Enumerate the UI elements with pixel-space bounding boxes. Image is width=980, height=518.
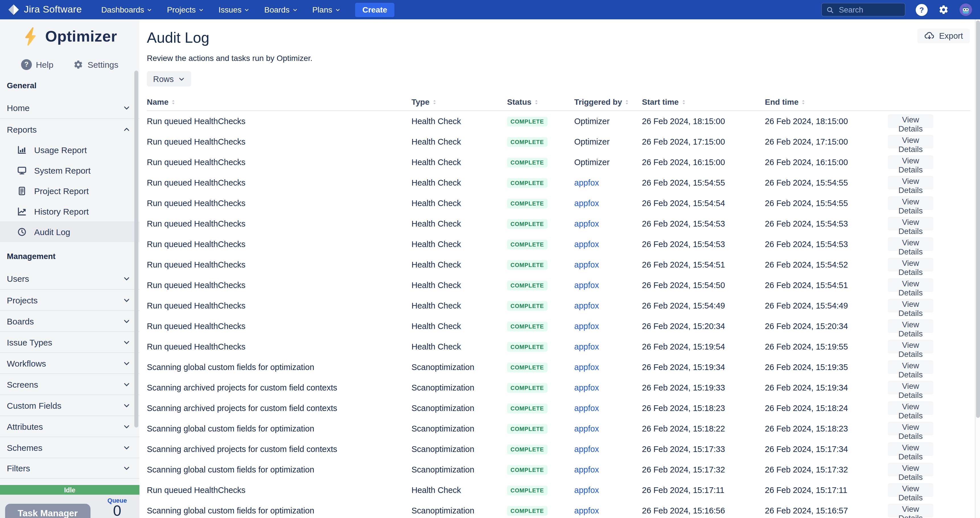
view-details-button[interactable]: View Details [888, 442, 933, 456]
sidebar-item-label: Audit Log [34, 227, 70, 236]
user-avatar[interactable] [959, 3, 972, 16]
nav-item-dashboards[interactable]: Dashboards [101, 5, 152, 14]
cell-name: Run queued HealthChecks [147, 117, 412, 126]
nav-item-boards[interactable]: Boards [264, 5, 298, 14]
status-badge: COMPLETE [507, 403, 547, 413]
nav-item-label: Boards [264, 5, 290, 14]
view-details-button[interactable]: View Details [888, 278, 933, 292]
view-details-button[interactable]: View Details [888, 319, 933, 333]
cell-start-time: 26 Feb 2024, 15:16:56 [642, 506, 765, 515]
triggered-by-link[interactable]: appfox [574, 424, 599, 433]
view-details-button[interactable]: View Details [888, 360, 933, 374]
view-details-button[interactable]: View Details [888, 299, 933, 312]
sidebar-item-label: Users [7, 274, 29, 284]
search-input[interactable] [838, 5, 900, 14]
nav-item-projects[interactable]: Projects [167, 5, 204, 14]
sidebar-item-label: Custom Fields [7, 400, 62, 410]
sidebar-item-attributes[interactable]: Attributes [0, 416, 140, 437]
sidebar-item-system-report[interactable]: System Report [0, 160, 140, 180]
cell-status: COMPLETE [507, 383, 574, 393]
cell-name: Run queued HealthChecks [147, 137, 412, 146]
triggered-by-link[interactable]: appfox [574, 178, 599, 187]
view-details-button[interactable]: View Details [888, 422, 933, 435]
column-header-triggered-by[interactable]: Triggered by [574, 97, 642, 107]
sidebar-item-label: Issue Types [7, 337, 52, 347]
sidebar-item-issue-types[interactable]: Issue Types [0, 331, 140, 352]
sidebar-item-history-report[interactable]: History Report [0, 201, 140, 222]
sidebar-item-project-report[interactable]: Project Report [0, 180, 140, 201]
triggered-by-link[interactable]: appfox [574, 383, 599, 392]
export-button[interactable]: Export [917, 29, 970, 43]
view-details-button[interactable]: View Details [888, 504, 933, 518]
triggered-by-link[interactable]: appfox [574, 486, 599, 495]
cell-type: Health Check [412, 178, 507, 187]
column-header-name[interactable]: Name [147, 97, 412, 107]
view-details-button[interactable]: View Details [888, 381, 933, 394]
column-header-end-time[interactable]: End time [765, 97, 888, 107]
cell-start-time: 26 Feb 2024, 17:15:00 [642, 137, 765, 146]
sidebar-item-filters[interactable]: Filters [0, 457, 140, 479]
triggered-by-link[interactable]: appfox [574, 465, 599, 474]
section-label-management: Management [7, 252, 140, 262]
view-details-button[interactable]: View Details [888, 483, 933, 497]
jira-brand[interactable]: Jira Software [8, 4, 82, 15]
triggered-by-link[interactable]: appfox [574, 322, 599, 331]
view-details-button[interactable]: View Details [888, 340, 933, 354]
triggered-by-link[interactable]: appfox [574, 240, 599, 249]
view-details-button[interactable]: View Details [888, 196, 933, 210]
sidebar-settings-button[interactable]: Settings [73, 59, 118, 70]
cell-status: COMPLETE [507, 260, 574, 270]
help-icon[interactable]: ? [916, 4, 928, 16]
sidebar-item-projects[interactable]: Projects [0, 289, 140, 310]
cell-type: Health Check [412, 301, 507, 310]
triggered-by-link[interactable]: appfox [574, 403, 599, 413]
triggered-by-link[interactable]: appfox [574, 445, 599, 454]
page-scrollbar-thumb[interactable] [976, 21, 980, 418]
view-details-button[interactable]: View Details [888, 237, 933, 251]
task-manager-button[interactable]: Task Manager [5, 504, 90, 518]
sidebar-item-custom-fields[interactable]: Custom Fields [0, 394, 140, 416]
triggered-by-link[interactable]: appfox [574, 260, 599, 269]
column-header-type[interactable]: Type [412, 97, 507, 107]
sidebar-scrollbar[interactable] [134, 70, 138, 427]
column-header-start-time[interactable]: Start time [642, 97, 765, 107]
search-box[interactable] [821, 3, 905, 16]
view-details-button[interactable]: View Details [888, 401, 933, 415]
view-details-button[interactable]: View Details [888, 176, 933, 190]
section-list-general: HomeReportsUsage ReportSystem ReportProj… [0, 97, 140, 242]
triggered-by-link[interactable]: appfox [574, 281, 599, 290]
view-details-button[interactable]: View Details [888, 135, 933, 148]
sidebar-item-screens[interactable]: Screens [0, 373, 140, 394]
sidebar-item-users[interactable]: Users [0, 268, 140, 289]
nav-item-plans[interactable]: Plans [312, 5, 340, 14]
page-scrollbar[interactable] [975, 19, 980, 518]
sidebar-item-reports[interactable]: Reports [0, 118, 140, 139]
create-button[interactable]: Create [355, 3, 395, 17]
sidebar-item-boards[interactable]: Boards [0, 310, 140, 331]
triggered-by-link[interactable]: appfox [574, 199, 599, 208]
triggered-by-link[interactable]: appfox [574, 219, 599, 228]
gear-icon[interactable] [938, 4, 949, 15]
column-header-status[interactable]: Status [507, 97, 574, 107]
sidebar-item-workflows[interactable]: Workflows [0, 352, 140, 373]
cell-type: Scanoptimization [412, 506, 507, 515]
view-details-button[interactable]: View Details [888, 463, 933, 477]
sidebar-item-audit-log[interactable]: Audit Log [0, 222, 140, 242]
view-details-button[interactable]: View Details [888, 217, 933, 231]
view-details-button[interactable]: View Details [888, 258, 933, 271]
triggered-by-link[interactable]: appfox [574, 342, 599, 351]
sidebar-help-button[interactable]: ? Help [21, 59, 54, 70]
sidebar-item-usage-report[interactable]: Usage Report [0, 139, 140, 160]
cell-name: Run queued HealthChecks [147, 158, 412, 167]
nav-item-issues[interactable]: Issues [218, 5, 250, 14]
view-details-button[interactable]: View Details [888, 155, 933, 169]
sidebar-item-home[interactable]: Home [0, 97, 140, 118]
main-content: Audit Log Review the actions and tasks r… [140, 19, 975, 518]
jira-logo-icon [8, 4, 19, 15]
triggered-by-link[interactable]: appfox [574, 363, 599, 372]
rows-dropdown[interactable]: Rows [147, 71, 191, 86]
triggered-by-link[interactable]: appfox [574, 506, 599, 515]
sidebar-item-schemes[interactable]: Schemes [0, 437, 140, 457]
triggered-by-link[interactable]: appfox [574, 301, 599, 310]
view-details-button[interactable]: View Details [888, 115, 933, 128]
